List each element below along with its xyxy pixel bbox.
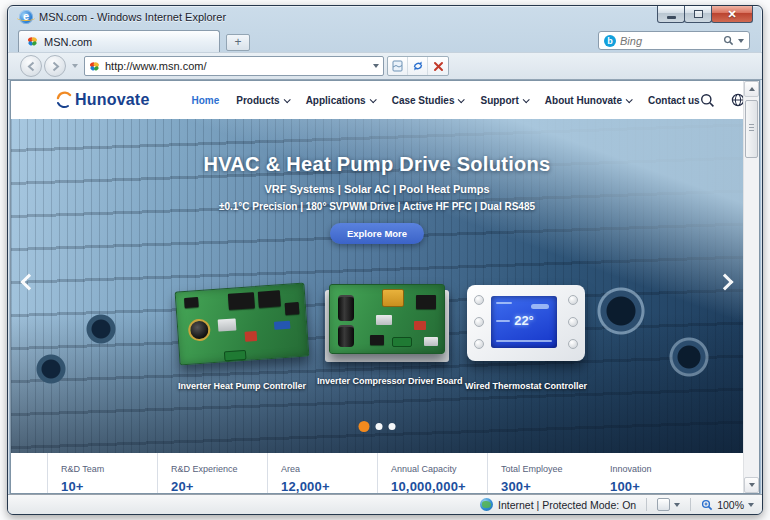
close-icon: ✕ (727, 9, 736, 20)
stat-rd-experience: R&D Experience 20+ (157, 453, 267, 493)
carousel-prev-icon (21, 274, 38, 291)
product-card-compressor-driver[interactable]: Inverter Compressor Driver Board (317, 274, 457, 386)
window-controls: ✕ (658, 6, 753, 23)
zone-text: Internet | Protected Mode: On (498, 499, 636, 511)
site-logo[interactable]: Hunovate (55, 91, 150, 109)
forward-icon (50, 61, 61, 72)
zoom-level-button[interactable]: 100% (701, 499, 754, 511)
nav-item-contact[interactable]: Contact us (648, 95, 700, 106)
tab-bar: MSN.com + b (8, 28, 762, 52)
zoom-icon (701, 499, 713, 511)
tab-msn[interactable]: MSN.com (18, 30, 220, 52)
card-label: Wired Thermostat Controller (455, 381, 597, 391)
search-icon[interactable] (723, 35, 734, 46)
carousel-dot-1[interactable] (359, 421, 370, 432)
minimize-icon (667, 16, 676, 19)
site-header: Hunovate Home Products Applications Case… (11, 81, 743, 119)
url-input[interactable] (105, 60, 368, 72)
nav-item-support[interactable]: Support (480, 95, 527, 106)
address-bar[interactable] (84, 56, 384, 76)
statusbar-separator (646, 498, 647, 511)
address-actions (387, 56, 449, 76)
status-bar: Internet | Protected Mode: On 100% (8, 494, 762, 514)
stat-innovation: Innovation 100+ (597, 453, 707, 493)
carousel-next-icon (717, 274, 734, 291)
page-viewport: Hunovate Home Products Applications Case… (10, 80, 760, 494)
chevron-down-icon (458, 96, 465, 103)
scroll-down-button[interactable] (744, 477, 759, 493)
stop-button[interactable] (428, 57, 448, 75)
msn-butterfly-icon (27, 36, 38, 47)
stat-annual-capacity: Annual Capacity 10,000,000+ (377, 453, 487, 493)
pcb-art (329, 284, 445, 354)
dropdown-icon (674, 503, 680, 507)
tab-label: MSN.com (44, 36, 92, 48)
search-options-dropdown-icon[interactable] (738, 39, 744, 43)
scroll-down-icon (749, 483, 755, 487)
stats-strip: R&D Team 10+ R&D Experience 20+ Area 12,… (11, 453, 743, 493)
browser-window: e MSN.com - Windows Internet Explorer ✕ … (7, 5, 763, 515)
chevron-down-icon (283, 96, 290, 103)
card-label: Inverter Compressor Driver Board (317, 376, 457, 386)
carousel-dot-2[interactable] (376, 423, 383, 430)
chevron-down-icon (522, 96, 529, 103)
hero-features: ±0.1°C Precision | 180° SVPWM Drive | Ac… (11, 201, 743, 212)
navigation-toolbar (8, 52, 762, 80)
globe-icon (731, 93, 743, 107)
thermostat-temperature: 22° (491, 313, 557, 328)
nav-item-home[interactable]: Home (192, 95, 220, 106)
compatibility-view-icon (392, 60, 403, 72)
statusbar-separator (690, 498, 691, 511)
scroll-up-button[interactable] (744, 81, 759, 97)
nav-item-case-studies[interactable]: Case Studies (392, 95, 464, 106)
nav-item-applications[interactable]: Applications (306, 95, 375, 106)
bing-search-box[interactable]: b (598, 31, 750, 50)
hero-title: HVAC & Heat Pump Drive Solutions (11, 153, 743, 176)
hero-subtitle: VRF Systems | Solar AC | Pool Heat Pumps (11, 183, 743, 195)
address-dropdown-icon[interactable] (373, 64, 379, 68)
carousel-dots (359, 421, 396, 432)
bing-logo-icon: b (604, 35, 616, 47)
chevron-down-icon (369, 96, 376, 103)
status-menu-icon (657, 498, 670, 511)
stat-area: Area 12,000+ (267, 453, 377, 493)
refresh-icon (412, 60, 424, 72)
back-icon (26, 61, 37, 72)
internet-zone-icon (480, 498, 493, 511)
hero-banner: HVAC & Heat Pump Drive Solutions VRF Sys… (11, 119, 743, 453)
product-card-heat-pump-controller[interactable]: Inverter Heat Pump Controller (171, 279, 313, 391)
compatibility-view-button[interactable] (388, 57, 408, 75)
minimize-button[interactable] (657, 6, 685, 23)
status-menu-button[interactable] (657, 498, 680, 511)
bing-search-input[interactable] (620, 35, 719, 47)
vertical-scrollbar[interactable] (743, 81, 759, 493)
back-button[interactable] (20, 55, 42, 77)
dropdown-icon (748, 503, 754, 507)
nav-item-about[interactable]: About Hunovate (545, 95, 631, 106)
hunovate-site: Hunovate Home Products Applications Case… (11, 81, 743, 493)
logo-text: Hunovate (75, 91, 150, 109)
ie-logo-icon: e (19, 10, 33, 24)
recent-pages-dropdown-icon[interactable] (72, 64, 78, 68)
product-card-thermostat[interactable]: 22° Wired Thermostat Controller (455, 279, 597, 391)
language-switcher[interactable]: EN (731, 93, 743, 107)
carousel-prev-button[interactable] (19, 265, 39, 299)
title-bar[interactable]: e MSN.com - Windows Internet Explorer ✕ (8, 6, 762, 28)
logo-swirl-icon (55, 91, 73, 109)
thermostat-art: 22° (467, 285, 585, 361)
nav-item-products[interactable]: Products (236, 95, 288, 106)
thermostat-screen: 22° (491, 296, 557, 348)
search-icon[interactable] (700, 93, 715, 108)
explore-more-button[interactable]: Explore More (330, 223, 424, 244)
carousel-next-button[interactable] (715, 265, 735, 299)
window-title: MSN.com - Windows Internet Explorer (39, 11, 226, 23)
close-button[interactable]: ✕ (711, 6, 753, 23)
forward-button[interactable] (44, 55, 66, 77)
carousel-dot-3[interactable] (389, 423, 396, 430)
new-tab-button[interactable]: + (226, 34, 250, 51)
chevron-down-icon (626, 96, 633, 103)
maximize-button[interactable] (684, 6, 712, 23)
scrollbar-thumb[interactable] (745, 100, 758, 158)
refresh-button[interactable] (408, 57, 428, 75)
stat-rd-team: R&D Team 10+ (47, 453, 157, 493)
